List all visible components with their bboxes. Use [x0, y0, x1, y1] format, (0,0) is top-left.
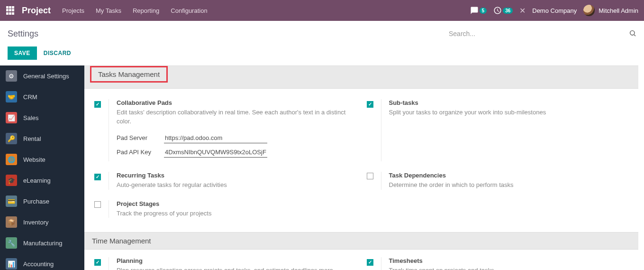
task-dependencies-checkbox[interactable] [367, 173, 373, 179]
nav-my-tasks[interactable]: My Tasks [96, 7, 121, 14]
settings-main: Tasks Management Collaborative Pads Edit… [84, 65, 644, 270]
section-time-header: Time Management [84, 232, 638, 250]
section-tasks-header: Tasks Management [90, 66, 168, 83]
sidebar-item-purchase[interactable]: 💳 Purchase [0, 191, 84, 212]
setting-title: Timesheets [389, 257, 629, 264]
sidebar-item-inventory[interactable]: 📦 Inventory [0, 212, 84, 233]
cart-icon: 💳 [6, 196, 17, 207]
chat-badge: 5 [480, 8, 487, 14]
sidebar-item-general-settings[interactable]: ⚙ General Settings [0, 65, 84, 86]
pad-api-key-input[interactable] [164, 147, 267, 158]
setting-collaborative-pads: Collaborative Pads Edit tasks' descripti… [94, 97, 357, 164]
svg-line-1 [634, 35, 635, 36]
setting-title: Recurring Tasks [117, 172, 357, 179]
header-row: Settings [0, 21, 644, 42]
setting-desc: Determine the order in which to perform … [389, 181, 629, 190]
setting-desc: Track the progress of your projects [117, 209, 357, 218]
sidebar-item-accounting[interactable]: 📊 Accounting [0, 253, 84, 270]
settings-sidebar: ⚙ General Settings 🤝 CRM 📈 Sales 🔑 Renta… [0, 65, 84, 270]
sidebar-label: Sales [23, 114, 39, 121]
activity-icon[interactable]: 36 [493, 6, 513, 15]
setting-recurring-tasks: Recurring Tasks Auto-generate tasks for … [94, 170, 357, 193]
nav-reporting[interactable]: Reporting [133, 7, 159, 14]
sidebar-item-elearning[interactable]: 🎓 eLearning [0, 170, 84, 191]
sidebar-label: eLearning [23, 177, 51, 184]
apps-icon[interactable] [6, 6, 15, 15]
user-name: Mitchell Admin [599, 7, 638, 14]
chart-icon: 📈 [6, 112, 17, 123]
svg-point-0 [630, 30, 635, 35]
planning-checkbox[interactable] [94, 259, 101, 266]
chat-icon[interactable]: 5 [470, 6, 487, 15]
setting-sub-tasks: Sub-tasks Split your tasks to organize y… [366, 97, 629, 164]
setting-title: Planning [117, 257, 357, 264]
setting-desc: Track time spent on projects and tasks [389, 266, 629, 270]
sidebar-label: Purchase [23, 198, 49, 205]
wrench-icon: 🔧 [6, 237, 17, 249]
sidebar-item-rental[interactable]: 🔑 Rental [0, 128, 84, 149]
company-selector[interactable]: Demo Company [532, 7, 577, 14]
discard-button[interactable]: DISCARD [44, 50, 71, 56]
sidebar-label: Website [23, 156, 45, 163]
avatar [583, 5, 595, 16]
nav-links: Projects My Tasks Reporting Configuratio… [62, 7, 208, 14]
pad-api-key-label: Pad API Key [117, 149, 164, 156]
sidebar-label: Rental [23, 135, 41, 142]
section-tasks-header-row: Tasks Management [84, 65, 638, 89]
activity-badge: 36 [503, 8, 513, 14]
sidebar-label: CRM [23, 93, 37, 101]
pad-server-input[interactable] [164, 133, 267, 143]
sidebar-label: Accounting [23, 261, 54, 268]
sidebar-label: General Settings [23, 73, 69, 80]
sidebar-label: Inventory [23, 219, 48, 226]
setting-desc: Auto-generate tasks for regular activiti… [117, 181, 357, 190]
setting-timesheets: Timesheets Track time spent on projects … [366, 255, 629, 270]
user-menu[interactable]: Mitchell Admin [583, 5, 638, 16]
timesheets-checkbox[interactable] [367, 259, 373, 266]
page-title: Settings [8, 29, 38, 39]
setting-task-dependencies: Task Dependencies Determine the order in… [366, 170, 629, 193]
sub-tasks-checkbox[interactable] [367, 101, 373, 108]
setting-desc: Edit tasks' description collaboratively … [117, 108, 357, 126]
app-brand[interactable]: Project [22, 6, 51, 16]
save-button[interactable]: SAVE [8, 47, 37, 60]
setting-desc: Split your tasks to organize your work i… [389, 108, 629, 117]
handshake-icon: 🤝 [6, 91, 17, 102]
control-panel: SAVE DISCARD [0, 42, 644, 65]
sidebar-item-website[interactable]: 🌐 Website [0, 149, 84, 170]
globe-icon: 🌐 [6, 154, 17, 165]
setting-title: Sub-tasks [389, 99, 629, 106]
pad-server-label: Pad Server [117, 134, 164, 141]
top-navbar: Project Projects My Tasks Reporting Conf… [0, 0, 644, 21]
calculator-icon: 📊 [6, 258, 17, 270]
setting-title: Project Stages [117, 200, 357, 207]
collaborative-pads-checkbox[interactable] [94, 101, 101, 108]
setting-project-stages: Project Stages Track the progress of you… [94, 198, 357, 221]
sidebar-item-sales[interactable]: 📈 Sales [0, 107, 84, 128]
gear-icon: ⚙ [6, 70, 17, 82]
setting-desc: Plan resource allocation across projets … [117, 266, 357, 270]
key-icon: 🔑 [6, 133, 17, 144]
sidebar-item-manufacturing[interactable]: 🔧 Manufacturing [0, 233, 84, 253]
project-stages-checkbox[interactable] [94, 201, 101, 208]
recurring-tasks-checkbox[interactable] [94, 174, 101, 180]
search-icon[interactable] [629, 29, 636, 38]
search-input[interactable] [449, 30, 629, 37]
sidebar-label: Manufacturing [23, 240, 62, 247]
nav-projects[interactable]: Projects [62, 7, 84, 14]
sidebar-item-crm[interactable]: 🤝 CRM [0, 86, 84, 107]
setting-title: Collaborative Pads [117, 99, 357, 106]
debug-icon[interactable]: ✕ [519, 6, 526, 15]
box-icon: 📦 [6, 216, 17, 228]
setting-title: Task Dependencies [389, 172, 629, 179]
setting-planning: Planning Plan resource allocation across… [94, 255, 357, 270]
search-wrap [447, 29, 636, 38]
graduation-icon: 🎓 [6, 175, 17, 186]
nav-configuration[interactable]: Configuration [171, 7, 207, 14]
